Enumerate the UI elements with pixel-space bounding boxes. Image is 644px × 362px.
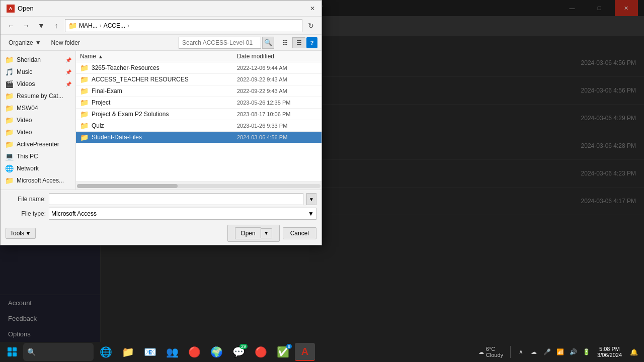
todo-badge: 8 [286, 344, 292, 349]
sort-arrow: ▲ [98, 54, 103, 59]
search-button[interactable]: 🔍 [262, 37, 274, 49]
breadcrumb-bar[interactable]: 📁 MAH... › ACCE... › [65, 19, 302, 32]
nav-item-msw04[interactable]: 📁 MSW04 [1, 102, 75, 114]
open-button[interactable]: Open [235, 227, 260, 239]
organize-dropdown-icon: ▼ [35, 39, 41, 46]
new-folder-button[interactable]: New folder [47, 38, 84, 48]
nav-item-microsoft-access[interactable]: 📁 Microsoft Acces... [1, 174, 75, 187]
file-name: Project & Exam P2 Solutions [92, 111, 237, 118]
file-row-project-exam-p2[interactable]: 📁 Project & Exam P2 Solutions 2023-08-17… [76, 109, 321, 120]
nav-item-video2[interactable]: 📁 Video [1, 126, 75, 138]
nav-label: Video [17, 129, 32, 136]
nav-label: Music [17, 68, 32, 75]
file-name: ACCESS_TEACHER RESOURCES [92, 76, 237, 83]
dialog-close-button[interactable]: ✕ [307, 4, 317, 14]
file-date: 2024-03-06 4:56 PM [237, 134, 317, 140]
organize-button[interactable]: Organize ▼ [5, 38, 45, 48]
file-row-project[interactable]: 📁 Project 2023-05-26 12:35 PM [76, 97, 321, 109]
details-view-button[interactable]: ☰ [292, 37, 305, 48]
column-date[interactable]: Date modified [237, 53, 317, 60]
back-button[interactable]: ← [5, 19, 18, 32]
nav-item-activepresenter[interactable]: 📁 ActivePresenter [1, 138, 75, 150]
nav-item-this-pc[interactable]: 💻 This PC [1, 150, 75, 162]
tray-chevron[interactable]: ∧ [515, 346, 527, 358]
folder-icon: 📁 [5, 92, 14, 100]
dialog-filelist: Name▲ Date modified 📁 3265-Teacher-Resou… [76, 51, 321, 190]
filetype-label: File type: [6, 210, 46, 217]
nav-item-video1[interactable]: 📁 Video [1, 114, 75, 126]
file-row-final-exam[interactable]: 📁 Final-Exam 2022-09-22 9:43 AM [76, 85, 321, 97]
folder-icon: 📁 [80, 64, 89, 72]
file-date: 2022-09-22 9:43 AM [237, 88, 317, 94]
up-button[interactable]: ↑ [50, 19, 63, 32]
nav-item-videos[interactable]: 🎬 Videos 📌 [1, 78, 75, 90]
nav-label: This PC [17, 153, 38, 160]
tools-button[interactable]: Tools ▼ [6, 228, 36, 239]
access-taskbar-icon: A [301, 346, 308, 357]
cancel-button[interactable]: Cancel [283, 227, 316, 239]
dialog-nav: 📁 Sheridan 📌 🎵 Music 📌 🎬 Videos 📌 📁 Resu… [1, 51, 76, 190]
search-input[interactable] [179, 37, 261, 49]
tray-onedrive[interactable]: ☁ [528, 346, 540, 358]
forward-button[interactable]: → [20, 19, 33, 32]
clock-time: 5:08 PM [599, 346, 620, 352]
tray-speaker[interactable]: 🔊 [567, 346, 579, 358]
nav-item-sheridan[interactable]: 📁 Sheridan 📌 [1, 54, 75, 66]
notification-button[interactable]: 🔔 [627, 345, 641, 359]
taskbar-whatsapp[interactable]: 💬 29 [228, 343, 249, 361]
nav-item-network[interactable]: 🌐 Network [1, 162, 75, 174]
video-icon: 🎬 [5, 80, 14, 88]
taskbar-right: ☁ 6°C Cloudy ∧ ☁ 🎤 📶 🔊 🔋 5:08 PM 3/06/20… [475, 345, 641, 359]
folder-icon: 📁 [5, 104, 14, 112]
file-list-empty-area [76, 143, 321, 182]
taskbar-explorer[interactable]: 📁 [118, 343, 138, 361]
nav-label: ActivePresenter [17, 141, 59, 148]
logo-block [13, 347, 17, 351]
tray-battery[interactable]: 🔋 [580, 346, 592, 358]
tray-wifi[interactable]: 📶 [554, 346, 566, 358]
filename-dropdown-button[interactable]: ▼ [306, 193, 316, 205]
file-name: 3265-Teacher-Resources [92, 64, 237, 71]
taskbar-app7[interactable]: 🔴 [251, 343, 271, 361]
column-name[interactable]: Name▲ [80, 53, 237, 60]
refresh-button[interactable]: ↻ [304, 19, 317, 32]
clock[interactable]: 5:08 PM 3/06/2024 [595, 346, 624, 358]
help-button[interactable]: ? [306, 37, 317, 48]
folder-icon: 📁 [80, 110, 89, 118]
start-button[interactable] [3, 344, 21, 360]
file-row-quiz[interactable]: 📁 Quiz 2023-01-26 9:33 PM [76, 120, 321, 132]
list-view-button[interactable]: ☷ [278, 37, 291, 48]
tray-mic[interactable]: 🎤 [541, 346, 553, 358]
folder-icon: 📁 [5, 56, 14, 64]
dialog-search-row: Organize ▼ New folder 🔍 ☷ ☰ ? [1, 35, 321, 51]
file-row-student-data-files[interactable]: 📁 Student-Data-Files 2024-03-06 4:56 PM [76, 132, 321, 143]
filename-input[interactable] [49, 193, 303, 205]
pc-icon: 💻 [5, 152, 14, 160]
weather-widget[interactable]: ☁ 6°C Cloudy [475, 346, 506, 358]
taskbar-teams[interactable]: 👥 [162, 343, 182, 361]
folder-icon: 📁 [80, 122, 89, 130]
breadcrumb-part2: ACCE... [104, 22, 125, 29]
taskbar-quick-access[interactable]: 🔴 [184, 343, 204, 361]
file-row-access-teacher[interactable]: 📁 ACCESS_TEACHER RESOURCES 2022-09-22 9:… [76, 74, 321, 85]
horizontal-scrollbar[interactable] [76, 182, 321, 190]
filename-row: File name: ▼ [6, 193, 316, 205]
access-icon: 📁 [5, 176, 14, 185]
filelist-header: Name▲ Date modified [76, 51, 321, 62]
taskbar-access[interactable]: A [295, 343, 315, 361]
folder-icon: 📁 [80, 87, 89, 95]
taskbar-edge[interactable]: 🌐 [96, 343, 116, 361]
filetype-row: File type: Microsoft Access ▼ [6, 208, 316, 220]
taskbar-search[interactable]: 🔍 [23, 343, 94, 361]
file-row-3265[interactable]: 📁 3265-Teacher-Resources 2022-12-06 9:44… [76, 62, 321, 74]
open-dropdown-button[interactable]: ▼ [261, 228, 272, 238]
taskbar-todo[interactable]: ✅ 8 [273, 343, 293, 361]
taskbar-outlook[interactable]: 📧 [140, 343, 160, 361]
edge-icon: 🌐 [100, 346, 112, 358]
weather-condition: Cloudy [486, 352, 503, 358]
dialog-toolbar: ← → ▼ ↑ 📁 MAH... › ACCE... › ↻ [1, 17, 321, 35]
dropdown-history-button[interactable]: ▼ [35, 19, 48, 32]
nav-item-music[interactable]: 🎵 Music 📌 [1, 66, 75, 78]
taskbar-chrome[interactable]: 🌍 [206, 343, 226, 361]
nav-item-resume[interactable]: 📁 Resume by Cat... [1, 90, 75, 102]
